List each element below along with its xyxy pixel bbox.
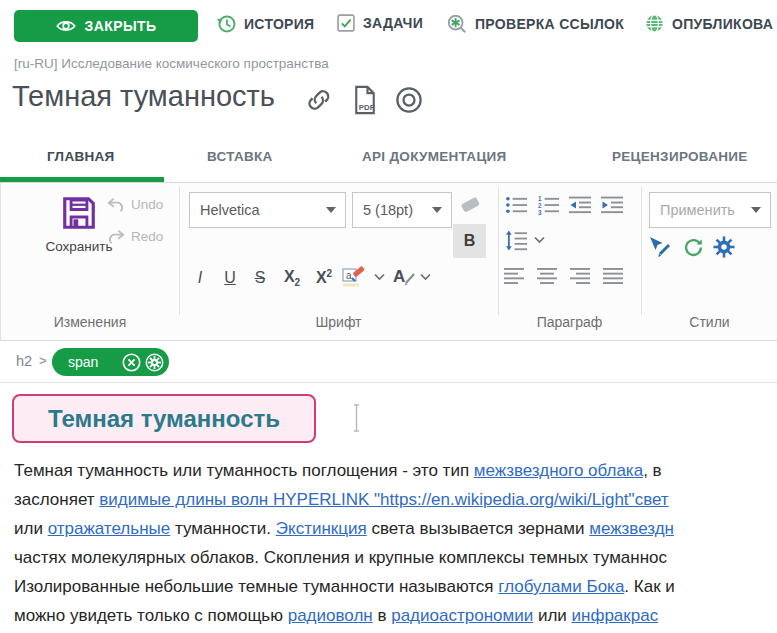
hyperlink[interactable]: радиоволн bbox=[288, 606, 373, 625]
floppy-disk-icon bbox=[60, 193, 98, 233]
close-button[interactable]: ЗАКРЫТЬ bbox=[14, 10, 198, 42]
apply-style-placeholder: Применить bbox=[650, 202, 751, 218]
element-settings-gear-icon[interactable] bbox=[144, 352, 165, 373]
numbered-list-icon: 123 bbox=[537, 195, 560, 215]
hyperlink[interactable]: отражательные bbox=[48, 519, 171, 538]
gear-icon bbox=[713, 236, 735, 258]
align-center-button[interactable] bbox=[534, 265, 560, 287]
history-button[interactable]: ИСТОРИЯ bbox=[216, 13, 314, 34]
export-pdf-icon[interactable]: PDF bbox=[352, 85, 378, 115]
outdent-icon bbox=[568, 195, 592, 215]
redo-button[interactable]: Redo bbox=[107, 229, 163, 244]
apply-style-select[interactable]: Применить bbox=[649, 192, 771, 228]
text-run: туманности. bbox=[170, 519, 276, 538]
font-family-select[interactable]: Helvetica bbox=[189, 192, 346, 228]
chevron-down-icon bbox=[374, 273, 385, 281]
redo-icon bbox=[107, 229, 125, 244]
italic-button[interactable]: I bbox=[191, 265, 209, 291]
subscript-button[interactable]: X2 bbox=[279, 265, 305, 291]
selected-element-tag: span bbox=[52, 354, 121, 370]
superscript-button[interactable]: X2 bbox=[311, 265, 337, 291]
align-right-button[interactable] bbox=[567, 265, 593, 287]
align-justify-icon bbox=[602, 267, 624, 285]
eye-icon bbox=[56, 19, 76, 33]
line-spacing-button[interactable] bbox=[503, 228, 529, 252]
font-size-select[interactable]: 5 (18pt) bbox=[352, 192, 452, 228]
group-divider bbox=[498, 187, 499, 315]
strikethrough-button[interactable]: S bbox=[249, 265, 271, 291]
undo-button[interactable]: Undo bbox=[107, 197, 163, 212]
redo-label: Redo bbox=[131, 229, 163, 244]
increase-indent-button[interactable] bbox=[598, 193, 625, 217]
undo-icon bbox=[107, 197, 125, 212]
hyperlink[interactable]: межзвездн bbox=[589, 519, 674, 538]
top-toolbar: ЗАКРЫТЬ ИСТОРИЯ ЗАДАЧИ ПРОВЕРКА ССЫЛОК bbox=[0, 0, 777, 50]
align-justify-button[interactable] bbox=[600, 265, 626, 287]
style-picker-button[interactable] bbox=[647, 235, 673, 259]
hyperlink[interactable]: глобулами Бока bbox=[498, 577, 624, 596]
line-spacing-dropdown[interactable] bbox=[532, 234, 546, 246]
hyperlink[interactable]: инфракрас bbox=[572, 606, 659, 625]
tab-api-documentation[interactable]: API ДОКУМЕНТАЦИЯ bbox=[362, 149, 507, 164]
font-family-value: Helvetica bbox=[190, 202, 326, 218]
ribbon-tabs: ГЛАВНАЯ ВСТАВКА API ДОКУМЕНТАЦИЯ РЕЦЕНЗИ… bbox=[0, 140, 777, 182]
page-title: Темная туманность bbox=[12, 80, 275, 113]
highlight-color-dropdown[interactable] bbox=[372, 271, 386, 283]
highlight-color-button[interactable]: a bbox=[341, 263, 369, 291]
text-run: заслоняет bbox=[14, 490, 99, 509]
remove-element-icon[interactable] bbox=[121, 352, 142, 373]
font-color-button[interactable]: A bbox=[389, 263, 417, 291]
link-check-magnifier-icon bbox=[446, 13, 468, 35]
superscript-digit: 2 bbox=[327, 268, 333, 279]
tasks-button[interactable]: ЗАДАЧИ bbox=[336, 13, 423, 33]
publish-label: ОПУБЛИКОВА bbox=[672, 16, 773, 32]
link-check-label: ПРОВЕРКА ССЫЛОК bbox=[475, 16, 624, 32]
bold-button[interactable]: B bbox=[453, 224, 486, 258]
highlighter-icon: a bbox=[342, 265, 368, 289]
hyperlink[interactable]: межзвездного облака bbox=[474, 461, 643, 480]
bullet-list-button[interactable] bbox=[503, 193, 529, 217]
undo-label: Undo bbox=[131, 197, 163, 212]
hyperlink[interactable]: радиоастрономии bbox=[391, 606, 533, 625]
text-run: . Как и bbox=[624, 577, 674, 596]
content-heading: Темная туманность bbox=[48, 405, 280, 433]
link-check-button[interactable]: ПРОВЕРКА ССЫЛОК bbox=[446, 13, 624, 35]
text-run: в bbox=[373, 606, 391, 625]
underline-button[interactable]: U bbox=[219, 265, 241, 291]
text-run: можно увидеть только с помощью bbox=[14, 606, 288, 625]
editor-window: ЗАКРЫТЬ ИСТОРИЯ ЗАДАЧИ ПРОВЕРКА ССЫЛОК bbox=[0, 0, 777, 633]
history-label: ИСТОРИЯ bbox=[244, 16, 314, 32]
selected-element-pill[interactable]: span bbox=[52, 348, 169, 376]
bold-label: B bbox=[464, 232, 476, 250]
tab-home[interactable]: ГЛАВНАЯ bbox=[47, 149, 115, 164]
hyperlink[interactable]: видимые длины волн HYPERLINK "https://en… bbox=[99, 490, 668, 509]
font-size-value: 5 (18pt) bbox=[353, 202, 432, 218]
tab-insert[interactable]: ВСТАВКА bbox=[207, 149, 273, 164]
refresh-styles-button[interactable] bbox=[681, 235, 705, 259]
text-line: можно увидеть только с помощью радиоволн… bbox=[14, 601, 777, 630]
copy-link-icon[interactable] bbox=[303, 87, 336, 113]
publish-button[interactable]: ОПУБЛИКОВА bbox=[644, 13, 773, 34]
decrease-indent-button[interactable] bbox=[566, 193, 593, 217]
chevron-down-icon bbox=[432, 207, 442, 213]
subscript-digit: 2 bbox=[295, 277, 301, 288]
editor-content[interactable]: Темная туманность Темная туманность или … bbox=[0, 383, 777, 633]
svg-text:A: A bbox=[393, 267, 405, 286]
hyperlink[interactable]: Экстинкция bbox=[276, 519, 367, 538]
selected-heading-highlight[interactable]: Темная туманность bbox=[12, 394, 316, 443]
clear-formatting-button[interactable] bbox=[458, 193, 484, 217]
preview-icon[interactable] bbox=[394, 85, 424, 115]
style-settings-button[interactable] bbox=[711, 235, 737, 259]
font-color-dropdown[interactable] bbox=[418, 271, 432, 283]
paragraph[interactable]: Темная туманность или туманность поглоще… bbox=[14, 456, 777, 630]
group-label-changes: Изменения bbox=[1, 314, 179, 330]
numbered-list-button[interactable]: 123 bbox=[535, 193, 561, 217]
save-button-label: Сохранить bbox=[45, 239, 112, 254]
text-run: Темная туманность или туманность поглоще… bbox=[14, 461, 474, 480]
indent-icon bbox=[600, 195, 624, 215]
subscript-base: X bbox=[284, 268, 295, 285]
path-ancestor-h2[interactable]: h2 bbox=[16, 353, 32, 369]
superscript-base: X bbox=[316, 270, 327, 287]
align-left-button[interactable] bbox=[501, 265, 527, 287]
tab-review[interactable]: РЕЦЕНЗИРОВАНИЕ bbox=[612, 149, 748, 164]
